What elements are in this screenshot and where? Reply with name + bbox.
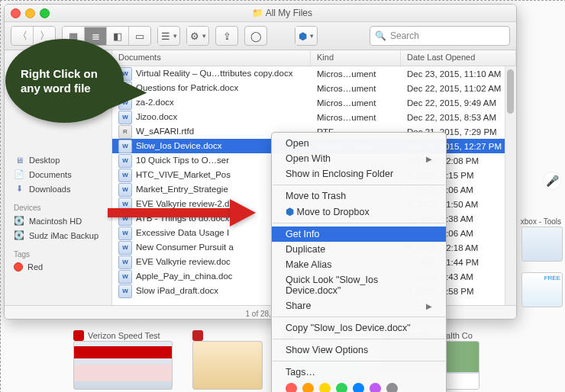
search-input[interactable]: 🔍 Search [370, 26, 510, 46]
menu-item[interactable]: Copy "Slow_Ios Device.docx" [272, 320, 446, 336]
menu-item[interactable]: Move to Trash [272, 188, 446, 204]
annotation-arrow [108, 201, 260, 223]
annotation-callout: Right Click on any word file [5, 39, 162, 134]
microphone-icon[interactable]: 🎤 [543, 172, 561, 190]
menu-item[interactable]: Get Info [272, 227, 446, 242]
tag-color[interactable] [370, 383, 381, 392]
scrollbar[interactable] [505, 66, 516, 305]
sidebar-item-documents[interactable]: 📄Documents [5, 167, 111, 182]
file-icon [118, 270, 132, 284]
scrollbar-thumb[interactable] [507, 69, 514, 114]
tag-color[interactable] [353, 383, 364, 392]
table-row[interactable]: Virtual Reality – Qu…ttributes copy.docx… [112, 66, 516, 81]
file-icon [118, 154, 132, 168]
tag-color[interactable] [319, 383, 331, 392]
file-icon [118, 183, 132, 197]
col-kind[interactable]: Kind [311, 50, 401, 66]
menu-separator [273, 361, 445, 361]
tag-color[interactable] [302, 383, 314, 392]
tag-red-icon [14, 262, 23, 272]
tag-color[interactable] [336, 383, 347, 392]
sidebar-item-downloads[interactable]: ⬇Downloads [5, 182, 111, 196]
file-icon [118, 284, 132, 298]
menu-item[interactable]: Quick Look "Slow_Ios Device.docx" [272, 272, 446, 298]
dropbox-icon: ⬢ [286, 207, 294, 217]
menu-tag-row [272, 380, 446, 392]
minimize-icon[interactable] [25, 8, 35, 18]
menu-item[interactable]: Open With▶ [272, 151, 446, 166]
sidebar-item-backup[interactable]: 💽Sudz iMac Backup [5, 228, 111, 243]
callout-text: Right Click on any word file [21, 66, 110, 96]
titlebar[interactable]: 📁 All My Files [5, 5, 516, 22]
menu-item[interactable]: Share▶ [272, 298, 446, 313]
file-icon [118, 255, 132, 269]
file-icon [118, 227, 132, 240]
close-icon[interactable] [11, 8, 21, 18]
file-icon [118, 241, 132, 255]
window-title: All My Files [266, 8, 312, 18]
menu-item[interactable]: ⬢ Move to Dropbox [272, 204, 446, 220]
search-placeholder: Search [390, 31, 419, 41]
menu-item[interactable]: Tags… [272, 365, 446, 380]
thumbnail-card[interactable]: FREE [521, 272, 563, 307]
table-row[interactable]: za-2.docxMicros…umentDec 22, 2015, 9:49 … [112, 95, 516, 110]
menu-item[interactable]: Make Alias [272, 257, 446, 272]
thumbnail-verizon[interactable]: Verizon Speed Test [73, 327, 171, 390]
action-button[interactable]: ⚙ [187, 27, 208, 45]
table-row[interactable]: Questions for Patrick.docxMicros…umentDe… [112, 81, 516, 95]
menu-separator [273, 316, 445, 317]
zoom-icon[interactable] [40, 8, 50, 18]
thumbnail-label: Verizon Speed Test [88, 331, 160, 340]
downloads-icon: ⬇ [14, 184, 24, 194]
sidebar-item-desktop[interactable]: 🖥Desktop [5, 153, 111, 167]
submenu-arrow-icon: ▶ [426, 302, 432, 310]
column-headers: Documents Kind Date Last Opened [112, 50, 516, 66]
thumbnail-xbox-tools[interactable] [521, 227, 563, 262]
folder-icon: 📁 [252, 8, 263, 18]
file-icon [118, 140, 132, 153]
menu-item[interactable]: Show in Enclosing Folder [272, 166, 446, 182]
submenu-arrow-icon: ▶ [426, 155, 432, 163]
menu-separator [273, 185, 445, 185]
disk-icon: 💽 [14, 230, 24, 240]
disk-icon: 💽 [14, 216, 24, 226]
share-button[interactable]: ⇪ [215, 26, 238, 46]
file-icon [118, 169, 132, 182]
menu-item[interactable]: Open [272, 136, 446, 151]
thumbnail-label: xbox - Tools [521, 217, 561, 226]
sidebar-item-macintosh-hd[interactable]: 💽Macintosh HD [5, 214, 111, 228]
dropbox-button[interactable]: ⬢ [295, 27, 317, 45]
tag-color[interactable] [286, 383, 297, 392]
sidebar-group-devices: Devices [5, 202, 111, 214]
desktop-icon: 🖥 [14, 156, 24, 165]
sidebar-group-tags: Tags [5, 249, 111, 260]
col-date[interactable]: Date Last Opened [401, 50, 516, 66]
table-row[interactable]: Jizoo.docxMicros…umentDec 22, 2015, 8:53… [112, 110, 516, 124]
documents-icon: 📄 [14, 169, 24, 179]
context-menu: OpenOpen With▶Show in Enclosing FolderMo… [271, 132, 447, 392]
menu-separator [273, 339, 445, 339]
sidebar-item-tag-red[interactable]: Red [5, 260, 111, 274]
tag-color[interactable] [386, 383, 398, 392]
menu-item[interactable]: Show View Options [272, 342, 446, 358]
menu-item[interactable]: Duplicate [272, 242, 446, 257]
search-icon: 🔍 [375, 31, 386, 41]
tags-button[interactable]: ◯ [244, 26, 267, 46]
thumbnail-card[interactable] [192, 327, 261, 390]
menu-separator [273, 223, 445, 223]
